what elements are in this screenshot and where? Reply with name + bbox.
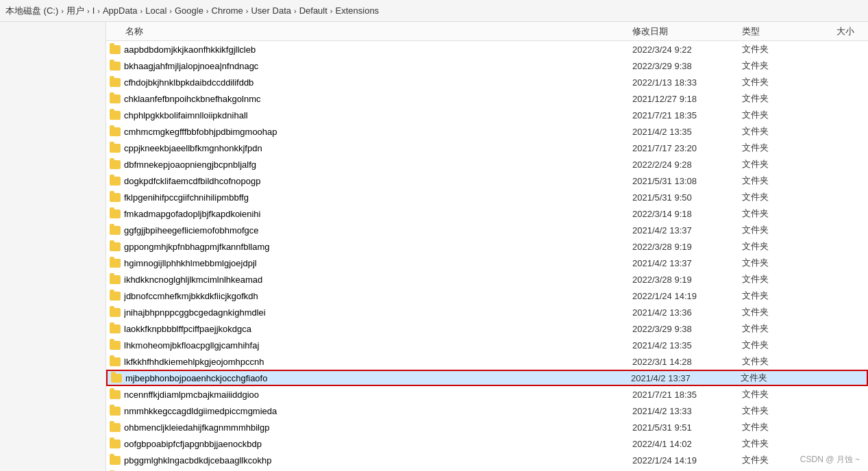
table-row[interactable]: dbfmnekepjoaopniengjbcpnbljalfg2022/2/24… xyxy=(106,156,868,173)
breadcrumb: 本地磁盘 (C:) › 用户 › I › AppData › Local › G… xyxy=(0,0,868,22)
file-name: lkfkkhfhhdkiemehlpkgjeojomhpccnh xyxy=(124,357,632,367)
file-name: dbfmnekepjoaopniengjbcpnbljalfg xyxy=(124,160,632,170)
file-name: fmkadmapgofadopljbjfkapdkoienihi xyxy=(124,209,632,219)
file-type: 文件夹 xyxy=(742,207,810,220)
table-row[interactable]: cfhdojbkjhnklbpkdaibdccddilifddb2022/1/1… xyxy=(106,74,868,90)
breadcrumb-item-i[interactable]: I xyxy=(92,5,95,16)
file-name: cmhmcmgkegfffbbfobhjpdbimgmoohap xyxy=(124,127,632,137)
table-row[interactable]: mjbepbhonbojpoaenhckjocchgfiaofo2021/4/2… xyxy=(106,370,868,386)
table-row[interactable]: bkhaagjahfmjljalopjnoea|nfndnagc2022/3/2… xyxy=(106,58,868,74)
main-area: ▲ 名称 修改日期 类型 大小 aapbdbdomjkkjkaonfhkkikf… xyxy=(0,22,868,471)
table-row[interactable]: ncennffkjdiamlpmcbajkmaiiiddgioo2021/7/2… xyxy=(106,386,868,403)
table-row[interactable]: cmhmcmgkegfffbbfobhjpdbimgmoohap2021/4/2… xyxy=(106,123,868,140)
file-type: 文件夹 xyxy=(742,158,810,170)
file-date: 2021/7/21 18:35 xyxy=(632,110,742,120)
breadcrumb-item-chrome[interactable]: Chrome xyxy=(212,5,243,16)
table-row[interactable]: chphlpgkkbolifaimnlloiipkdnihall2021/7/2… xyxy=(106,107,868,123)
table-row[interactable]: fklpgenihifpccgiifchnihilipmbbffg2021/5/… xyxy=(106,189,868,205)
table-row[interactable]: lhkmoheomjbkfloacpgllgjcamhihfaj2021/4/2… xyxy=(106,337,868,353)
table-row[interactable]: laokkfknpbbblffpciffpaejjkokdgca2022/3/2… xyxy=(106,320,868,337)
file-name: lhkmoheomjbkfloacpgllgjcamhihfaj xyxy=(124,340,632,351)
file-date: 2021/4/2 13:37 xyxy=(632,258,742,268)
file-type: 文件夹 xyxy=(742,142,810,154)
table-row[interactable]: pkgccpejnmalmdinmhkkfafefagiiiad2021/4/2… xyxy=(106,468,868,471)
breadcrumb-arrow: › xyxy=(330,7,333,15)
file-type: 文件夹 xyxy=(742,355,810,368)
file-name: fklpgenihifpccgiifchnihilipmbbffg xyxy=(124,192,632,203)
table-row[interactable]: chklaanfefbnpoihckbnefhakgolnmc2021/12/2… xyxy=(106,90,868,107)
table-row[interactable]: fmkadmapgofadopljbjfkapdkoienihi2022/3/1… xyxy=(106,205,868,222)
file-name: aapbdbdomjkkjkaonfhkkikfgjllcleb xyxy=(124,44,632,55)
breadcrumb-item-drive[interactable]: 本地磁盘 (C:) xyxy=(5,5,58,17)
sidebar xyxy=(0,22,106,471)
table-row[interactable]: gppongmhjkpfnbhagpmjfkannfbllamg2022/3/2… xyxy=(106,238,868,255)
table-row[interactable]: ggfgjjbpiheegefliciemofobhmofgce2021/4/2… xyxy=(106,222,868,238)
file-date: 2021/7/17 23:20 xyxy=(632,143,742,153)
file-type: 文件夹 xyxy=(742,43,810,55)
file-date: 2021/5/31 9:50 xyxy=(632,192,742,203)
file-date: 2021/4/2 13:37 xyxy=(632,225,742,236)
file-name: mjbepbhonbojpoaenhckjocchgfiaofo xyxy=(125,373,631,383)
file-name: cfhdojbkjhnklbpkdaibdccddilifddb xyxy=(124,77,632,88)
breadcrumb-item-userdata[interactable]: User Data xyxy=(251,5,291,16)
folder-icon xyxy=(109,224,121,236)
folder-icon xyxy=(109,158,121,170)
file-type: 文件夹 xyxy=(742,421,810,433)
table-row[interactable]: nmmhkkegccagdldgiimedpiccmgmieda2021/4/2… xyxy=(106,403,868,419)
table-row[interactable]: pbggmlghklngacbdkdjcebaagllkcokhp2022/1/… xyxy=(106,452,868,468)
breadcrumb-item-appdata[interactable]: AppData xyxy=(103,5,138,16)
folder-icon xyxy=(109,405,121,417)
breadcrumb-item-users[interactable]: 用户 xyxy=(66,5,84,17)
file-name: bkhaagjahfmjljalopjnoea|nfndnagc xyxy=(124,61,632,71)
file-name: chklaanfefbnpoihckbnefhakgolnmc xyxy=(124,94,632,104)
file-type: 文件夹 xyxy=(742,60,810,72)
table-row[interactable]: oofgbpoabipfcfjapgnbbjjaenockbdp2022/4/1… xyxy=(106,435,868,452)
file-date: 2021/4/2 13:36 xyxy=(632,307,742,318)
file-date: 2022/2/24 9:28 xyxy=(632,160,742,170)
file-rows-container: aapbdbdomjkkjkaonfhkkikfgjllcleb2022/3/2… xyxy=(106,41,868,471)
breadcrumb-arrow: › xyxy=(87,7,90,15)
file-name: cppjkneekbjaeellbfkmgnhonkkjfpdn xyxy=(124,143,632,153)
file-date: 2021/5/31 9:51 xyxy=(632,422,742,433)
file-type: 文件夹 xyxy=(742,257,810,269)
table-row[interactable]: ikhdkkncnoglghljlkmcimlnlhkeamad2022/3/2… xyxy=(106,271,868,288)
file-type: 文件夹 xyxy=(742,273,810,285)
table-row[interactable]: cppjkneekbjaeellbfkmgnhonkkjfpdn2021/7/1… xyxy=(106,140,868,156)
file-name: ncennffkjdiamlpmcbajkmaiiiddgioo xyxy=(124,390,632,400)
file-date: 2022/3/24 9:22 xyxy=(632,44,742,55)
folder-icon xyxy=(109,125,121,138)
file-type: 文件夹 xyxy=(742,125,810,138)
file-list-area[interactable]: ▲ 名称 修改日期 类型 大小 aapbdbdomjkkjkaonfhkkikf… xyxy=(106,22,868,471)
folder-icon xyxy=(109,273,121,285)
folder-icon xyxy=(109,257,121,269)
breadcrumb-arrow: › xyxy=(169,7,172,15)
folder-icon xyxy=(110,372,123,384)
table-row[interactable]: jnihajbhpnppcggbcgedagnkighmdlei2021/4/2… xyxy=(106,304,868,320)
breadcrumb-item-local[interactable]: Local xyxy=(145,5,166,16)
file-name: chphlpgkkbolifaimnlloiipkdnihall xyxy=(124,110,632,120)
breadcrumb-item-google[interactable]: Google xyxy=(175,5,203,16)
breadcrumb-arrow: › xyxy=(97,7,100,15)
folder-icon xyxy=(109,454,121,466)
col-size-header: 大小 xyxy=(810,25,865,38)
table-row[interactable]: dogkpdfcklifaemcdfbildhcofnopogp2021/5/3… xyxy=(106,173,868,189)
breadcrumb-item-extensions[interactable]: Extensions xyxy=(336,5,380,16)
file-date: 2022/1/24 14:19 xyxy=(632,291,742,301)
column-headers: 名称 修改日期 类型 大小 xyxy=(106,22,868,41)
table-row[interactable]: lkfkkhfhhdkiemehlpkgjeojomhpccnh2022/3/1… xyxy=(106,353,868,370)
file-name: laokkfknpbbblffpciffpaejjkokdgca xyxy=(124,324,632,334)
breadcrumb-item-default[interactable]: Default xyxy=(299,5,327,16)
folder-icon xyxy=(109,175,121,187)
file-name: jdbnofccmhefkmjbkkdkfiicjkgofkdh xyxy=(124,291,632,301)
table-row[interactable]: aapbdbdomjkkjkaonfhkkikfgjllcleb2022/3/2… xyxy=(106,41,868,58)
file-type: 文件夹 xyxy=(742,191,810,203)
file-type: 文件夹 xyxy=(742,76,810,88)
table-row[interactable]: hgimnogijllphhkhlmebbmlgjoejdpjl2021/4/2… xyxy=(106,255,868,271)
table-row[interactable]: ohbmencljkleiedahijfkagnmmmhbilgp2021/5/… xyxy=(106,419,868,435)
file-type: 文件夹 xyxy=(742,437,810,450)
file-name: ohbmencljkleiedahijfkagnmmmhbilgp xyxy=(124,422,632,433)
folder-icon xyxy=(109,109,121,121)
folder-icon xyxy=(109,437,121,450)
table-row[interactable]: jdbnofccmhefkmjbkkdkfiicjkgofkdh2022/1/2… xyxy=(106,288,868,304)
file-name: jnihajbhpnppcggbcgedagnkighmdlei xyxy=(124,307,632,318)
